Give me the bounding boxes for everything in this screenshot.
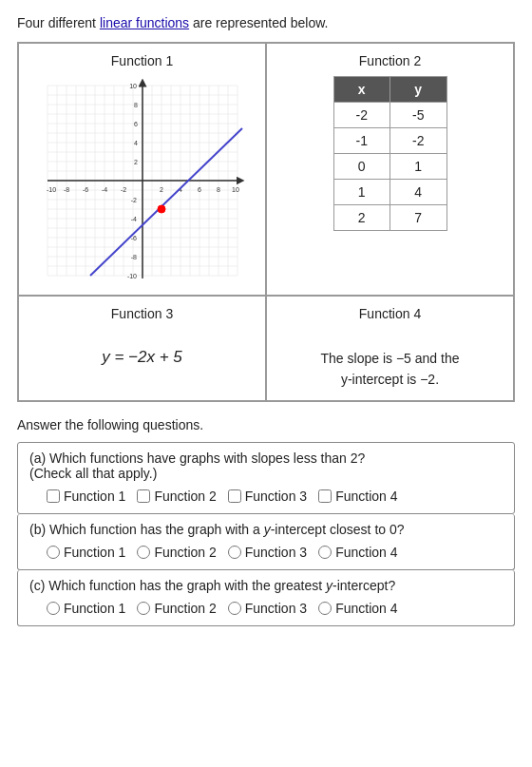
svg-point-65 — [158, 205, 165, 213]
qb-label2: Function 2 — [154, 545, 216, 560]
function2-cell: Function 2 x y -2-5-1-2011427 — [266, 43, 514, 296]
table-cell: 0 — [333, 154, 390, 180]
qc-radio3[interactable] — [228, 602, 241, 615]
qc-label2: Function 2 — [154, 601, 216, 616]
qb-radio1[interactable] — [47, 546, 60, 559]
answer-label: Answer the following questions. — [17, 417, 515, 432]
function4-cell: Function 4 The slope is −5 and the y-int… — [266, 296, 514, 401]
qa-checkbox4[interactable] — [318, 489, 332, 503]
graph-container: -8 -6 -4 -2 2 4 6 8 10 -10 8 6 4 2 -2 -4… — [38, 76, 247, 285]
svg-text:-2: -2 — [120, 186, 125, 193]
svg-text:-10: -10 — [46, 186, 55, 193]
intro-text: Four different linear functions are repr… — [17, 15, 515, 30]
svg-text:-8: -8 — [130, 254, 136, 260]
svg-text:-8: -8 — [63, 186, 68, 193]
qb-option3[interactable]: Function 3 — [228, 545, 307, 560]
functions-grid: Function 1 — [17, 42, 515, 402]
qc-radio2[interactable] — [137, 602, 150, 615]
question-c-line1: (c) Which function has the graph with th… — [29, 578, 503, 593]
qb-option2[interactable]: Function 2 — [137, 545, 216, 560]
qa-label3: Function 3 — [245, 489, 307, 504]
qb-label3: Function 3 — [245, 545, 307, 560]
question-c-options: Function 1 Function 2 Function 3 Functio… — [18, 597, 514, 625]
svg-text:4: 4 — [134, 140, 138, 146]
function2-table: x y -2-5-1-2011427 — [333, 76, 447, 231]
svg-text:6: 6 — [198, 186, 201, 193]
qa-checkbox3[interactable] — [228, 489, 241, 503]
function3-equation: y = −2x + 5 — [102, 348, 182, 367]
question-c-header: (c) Which function has the graph with th… — [18, 570, 514, 597]
table-cell: 4 — [390, 180, 447, 205]
qa-checkbox1[interactable] — [47, 489, 60, 503]
qc-radio4[interactable] — [318, 602, 332, 615]
svg-text:-2: -2 — [130, 197, 136, 203]
question-a-line2: (Check all that apply.) — [29, 466, 503, 481]
qa-option4[interactable]: Function 4 — [318, 489, 397, 504]
svg-text:10: 10 — [129, 83, 137, 89]
qa-label1: Function 1 — [64, 489, 125, 504]
qb-label1: Function 1 — [64, 545, 125, 560]
table-cell: -2 — [390, 128, 447, 154]
qb-label4: Function 4 — [335, 545, 397, 560]
qa-option2[interactable]: Function 2 — [137, 489, 216, 504]
col-y-header: y — [390, 77, 447, 103]
qc-option2[interactable]: Function 2 — [137, 601, 216, 616]
col-x-header: x — [333, 77, 390, 103]
svg-text:2: 2 — [160, 186, 163, 193]
svg-text:2: 2 — [134, 159, 138, 165]
question-a-box: (a) Which functions have graphs with slo… — [17, 442, 515, 514]
function1-graph: -8 -6 -4 -2 2 4 6 8 10 -10 8 6 4 2 -2 -4… — [38, 76, 247, 285]
svg-text:8: 8 — [217, 186, 220, 193]
qb-radio2[interactable] — [137, 546, 150, 559]
qc-label3: Function 3 — [245, 601, 307, 616]
answer-section: Answer the following questions. (a) Whic… — [17, 417, 515, 626]
question-b-box: (b) Which function has the graph with a … — [17, 514, 515, 570]
qa-option3[interactable]: Function 3 — [228, 489, 307, 504]
svg-text:-4: -4 — [101, 186, 106, 193]
qb-option1[interactable]: Function 1 — [47, 545, 125, 560]
qc-option3[interactable]: Function 3 — [228, 601, 307, 616]
table-cell: -1 — [333, 128, 390, 154]
qc-radio1[interactable] — [47, 602, 60, 615]
question-a-header: (a) Which functions have graphs with slo… — [18, 443, 514, 485]
table-cell: 1 — [390, 154, 447, 180]
svg-line-64 — [90, 128, 242, 276]
function3-title: Function 3 — [111, 306, 173, 321]
question-c-box: (c) Which function has the graph with th… — [17, 570, 515, 626]
svg-text:-4: -4 — [130, 216, 136, 222]
svg-text:8: 8 — [134, 102, 138, 108]
qa-option1[interactable]: Function 1 — [47, 489, 125, 504]
qb-radio3[interactable] — [228, 546, 241, 559]
table-cell: 7 — [390, 205, 447, 231]
table-cell: 1 — [333, 180, 390, 205]
svg-text:-10: -10 — [126, 273, 136, 279]
qa-label4: Function 4 — [335, 489, 397, 504]
table-cell: -2 — [333, 103, 390, 128]
qc-option1[interactable]: Function 1 — [47, 601, 125, 616]
qb-radio4[interactable] — [318, 546, 332, 559]
qc-label1: Function 1 — [64, 601, 125, 616]
linear-functions-link[interactable]: linear functions — [100, 15, 189, 30]
svg-text:6: 6 — [134, 121, 138, 127]
qc-label4: Function 4 — [335, 601, 397, 616]
qa-checkbox2[interactable] — [137, 489, 150, 503]
qb-option4[interactable]: Function 4 — [318, 545, 397, 560]
table-cell: -5 — [390, 103, 447, 128]
qa-label2: Function 2 — [154, 489, 216, 504]
function1-cell: Function 1 — [18, 43, 266, 296]
function3-cell: Function 3 y = −2x + 5 — [18, 296, 266, 401]
question-b-header: (b) Which function has the graph with a … — [18, 514, 514, 541]
function2-title: Function 2 — [359, 53, 421, 68]
function1-title: Function 1 — [111, 53, 173, 68]
qc-option4[interactable]: Function 4 — [318, 601, 397, 616]
question-a-line1: (a) Which functions have graphs with slo… — [29, 451, 503, 466]
question-b-options: Function 1 Function 2 Function 3 Functio… — [18, 541, 514, 569]
question-a-options: Function 1 Function 2 Function 3 Functio… — [18, 485, 514, 513]
table-cell: 2 — [333, 205, 390, 231]
function4-title: Function 4 — [359, 306, 421, 321]
function4-description: The slope is −5 and the y-intercept is −… — [321, 348, 460, 391]
svg-text:10: 10 — [232, 186, 239, 193]
svg-text:-6: -6 — [82, 186, 87, 193]
question-b-line1: (b) Which function has the graph with a … — [29, 522, 503, 537]
